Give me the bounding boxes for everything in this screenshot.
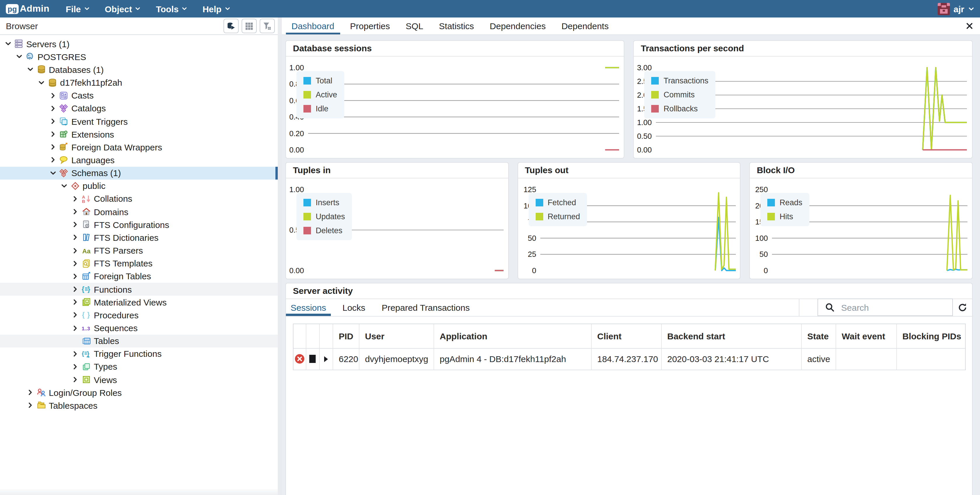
tree-item-schemas-1[interactable]: Schemas (1): [0, 167, 278, 179]
tree-item-materialized-views[interactable]: Materialized Views: [0, 296, 278, 308]
tree-item-postgres[interactable]: POSTGRES: [0, 50, 278, 63]
chevron-right-icon[interactable]: [72, 286, 80, 293]
expand-button[interactable]: [323, 355, 329, 362]
tree-item-fts-dictionaries[interactable]: FTS Dictionaries: [0, 231, 278, 244]
tree-item-extensions[interactable]: Extensions: [0, 128, 278, 141]
tree-item-casts[interactable]: Casts: [0, 89, 278, 102]
chevron-right-icon[interactable]: [72, 273, 80, 280]
search-icon-svg: [825, 303, 834, 312]
chevron-right-icon[interactable]: [72, 298, 80, 306]
header-cell-client: Client: [591, 324, 662, 348]
sequences-icon-svg: 1..3: [82, 323, 91, 333]
menu-help[interactable]: Help: [202, 4, 230, 14]
menu-tools[interactable]: Tools: [156, 4, 187, 14]
views-icon: [82, 375, 91, 384]
tree-item-d17fekh11pf2ah[interactable]: d17fekh11pf2ah: [0, 76, 278, 89]
y-tick-label: 0: [532, 266, 536, 274]
tab-sql[interactable]: SQL: [400, 17, 429, 34]
close-panel-button[interactable]: [966, 17, 973, 34]
tree-item-event-triggers[interactable]: Event Triggers: [0, 115, 278, 128]
tree-item-servers-1[interactable]: Servers (1): [0, 37, 278, 50]
extensions-icon-svg: [59, 129, 68, 139]
chevron-right-icon[interactable]: [72, 195, 80, 203]
tree-item-collations[interactable]: ABCollations: [0, 192, 278, 205]
chevron-down-icon[interactable]: [60, 182, 68, 190]
chevron-right-icon[interactable]: [72, 221, 80, 228]
tree-item-label: Databases (1): [49, 65, 103, 75]
tree-item-sequences[interactable]: 1..3Sequences: [0, 322, 278, 335]
tab-dependencies[interactable]: Dependencies: [484, 17, 552, 34]
chevron-down-icon[interactable]: [49, 169, 57, 177]
stop-button[interactable]: [309, 354, 316, 363]
tree-item-functions[interactable]: {}Functions: [0, 283, 278, 296]
tab-dependents[interactable]: Dependents: [555, 17, 614, 34]
activity-tab-locks[interactable]: Locks: [338, 299, 370, 316]
postgres-icon: [25, 52, 35, 61]
tree-item-login-group-roles[interactable]: Login/Group Roles: [0, 386, 278, 399]
chevron-down-icon[interactable]: [16, 53, 23, 60]
tree-item-types[interactable]: Types: [0, 360, 278, 373]
chevron-right-icon[interactable]: [49, 130, 57, 138]
tree-item-public[interactable]: public: [0, 179, 278, 192]
user-menu[interactable]: ajr: [938, 3, 974, 15]
fts-config-icon-svg: [82, 220, 91, 229]
chevron-right-icon[interactable]: [72, 376, 80, 383]
tree-item-fts-configurations[interactable]: FTS Configurations: [0, 218, 278, 231]
chevron-right-icon[interactable]: [72, 208, 80, 216]
panel-resize-handle[interactable]: [278, 17, 282, 495]
chevron-right-icon[interactable]: [72, 324, 80, 332]
tree-item-label: Functions: [94, 284, 132, 294]
chevron-right-icon[interactable]: [49, 117, 57, 125]
sidebar-horizontal-scrollbar[interactable]: [0, 489, 278, 495]
header-cell-application: Application: [434, 324, 591, 348]
chevron-right-icon[interactable]: [72, 247, 80, 254]
chevron-right-icon[interactable]: [27, 389, 34, 397]
chevron-right-icon[interactable]: [27, 402, 34, 409]
chevron-right-icon[interactable]: [72, 350, 80, 358]
chevron-right-icon[interactable]: [72, 311, 80, 319]
chevron-right-icon[interactable]: [49, 156, 57, 164]
tab-statistics[interactable]: Statistics: [433, 17, 480, 34]
tree-item-foreign-data-wrappers[interactable]: Foreign Data Wrappers: [0, 141, 278, 154]
filtered-rows-button[interactable]: [260, 19, 275, 33]
chevron-right-icon[interactable]: [49, 143, 57, 151]
menu-object[interactable]: Object: [105, 4, 141, 14]
chevron-right-icon[interactable]: [72, 234, 80, 241]
header-cell-blocking-pids: Blocking PIDs: [897, 324, 967, 348]
tab-dashboard[interactable]: Dashboard: [286, 17, 340, 34]
search-input[interactable]: [841, 302, 952, 312]
sessions-table-header: PIDUserApplicationClientBackend startSta…: [293, 324, 965, 348]
tree-item-languages[interactable]: Languages: [0, 154, 278, 167]
tree-item-views[interactable]: Views: [0, 373, 278, 386]
terminate-button[interactable]: [294, 354, 304, 364]
tree-item-databases-1[interactable]: Databases (1): [0, 63, 278, 76]
tree-item-procedures[interactable]: {}Procedures: [0, 309, 278, 322]
chevron-right-icon[interactable]: [49, 105, 57, 112]
chevron-right-icon[interactable]: [72, 363, 80, 371]
chevron-down-icon[interactable]: [27, 66, 34, 73]
tree-item-tables[interactable]: Tables: [0, 335, 278, 347]
tree-item-label: Casts: [71, 90, 94, 100]
tree-item-trigger-functions[interactable]: {}Trigger Functions: [0, 347, 278, 360]
menu-file[interactable]: File: [66, 4, 89, 14]
query-tool-button[interactable]: [223, 19, 239, 33]
tree-item-domains[interactable]: Domains: [0, 205, 278, 218]
tree-item-fts-templates[interactable]: FTS Templates: [0, 257, 278, 270]
tree-item-tablespaces[interactable]: Tablespaces: [0, 399, 278, 412]
logo-pg-badge: pg: [6, 4, 19, 14]
legend-label-transactions: Transactions: [664, 76, 709, 85]
chevron-down-icon[interactable]: [4, 40, 12, 48]
activity-tab-prepared-transactions[interactable]: Prepared Transactions: [377, 299, 474, 316]
tab-properties[interactable]: Properties: [344, 17, 396, 34]
refresh-button[interactable]: [953, 298, 972, 316]
chevron-right-icon[interactable]: [49, 92, 57, 99]
tree-item-label: FTS Configurations: [94, 220, 169, 230]
tree-item-fts-parsers[interactable]: AaFTS Parsers: [0, 244, 278, 257]
tree-item-catalogs[interactable]: Catalogs: [0, 102, 278, 115]
view-data-icon: [245, 21, 254, 31]
chevron-right-icon[interactable]: [72, 259, 80, 267]
activity-tab-sessions[interactable]: Sessions: [286, 299, 331, 316]
tree-item-foreign-tables[interactable]: Foreign Tables: [0, 270, 278, 283]
view-data-button[interactable]: [242, 19, 257, 33]
chevron-down-icon[interactable]: [38, 79, 46, 86]
